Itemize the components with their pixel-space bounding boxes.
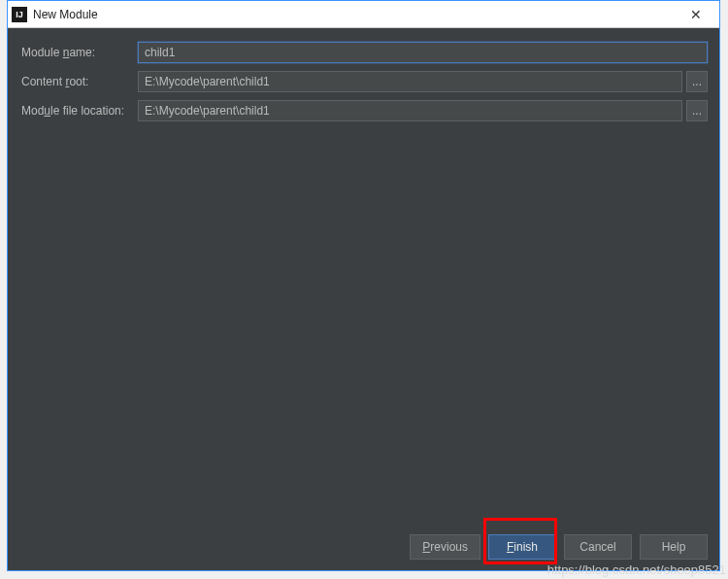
help-button[interactable]: Help — [640, 534, 708, 560]
empty-area — [8, 129, 719, 522]
previous-button[interactable]: Previous — [410, 534, 480, 560]
dialog-body: Module name: Content root: ... Module fi… — [8, 28, 719, 570]
row-module-file-location: Module file location: ... — [21, 100, 708, 121]
row-module-name: Module name: — [21, 42, 708, 63]
content-root-browse-button[interactable]: ... — [686, 71, 708, 92]
finish-button[interactable]: Finish — [488, 534, 556, 560]
content-root-input[interactable] — [138, 71, 682, 92]
module-file-browse-button[interactable]: ... — [686, 100, 708, 121]
close-icon: ✕ — [690, 7, 702, 22]
app-icon: IJ — [12, 7, 27, 22]
row-content-root: Content root: ... — [21, 71, 708, 92]
label-module-name: Module name: — [21, 46, 138, 59]
label-content-root: Content root: — [21, 75, 138, 88]
module-file-location-input[interactable] — [138, 100, 682, 121]
label-module-file-location: Module file location: — [21, 104, 138, 118]
module-name-input[interactable] — [138, 42, 708, 63]
dialog-title: New Module — [33, 8, 677, 21]
title-bar: IJ New Module ✕ — [8, 1, 719, 28]
new-module-dialog: IJ New Module ✕ Module name: Content roo… — [7, 0, 720, 571]
watermark-text: https://blog.csdn.net/sheep8521 — [547, 562, 726, 577]
cancel-button[interactable]: Cancel — [564, 534, 632, 560]
close-button[interactable]: ✕ — [677, 2, 715, 27]
form-area: Module name: Content root: ... Module fi… — [8, 28, 719, 129]
